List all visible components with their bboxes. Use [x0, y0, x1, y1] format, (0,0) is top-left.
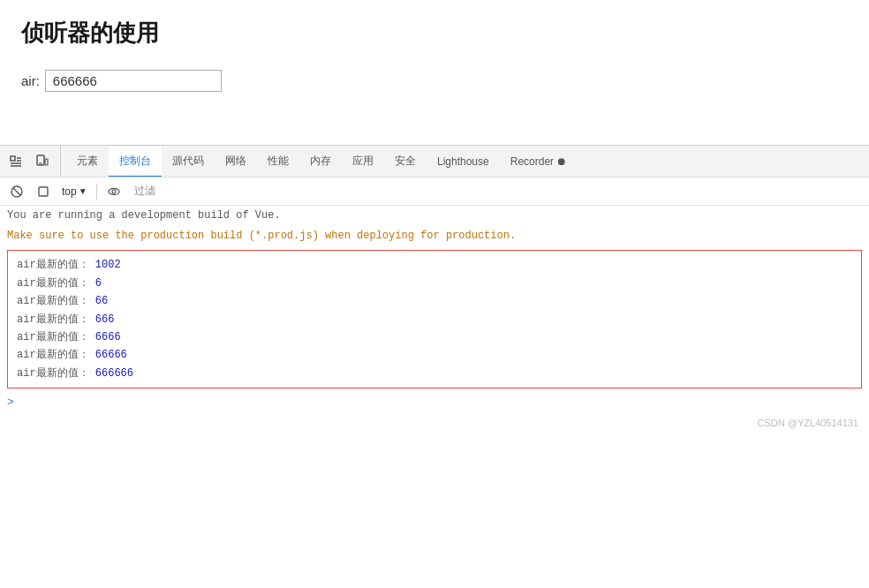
tab-memory[interactable]: 内存 — [299, 147, 342, 177]
svg-rect-0 — [11, 156, 15, 161]
console-prompt[interactable]: > — [0, 392, 869, 412]
tab-elements[interactable]: 元素 — [66, 147, 109, 177]
log-line: air最新的值： 66 — [17, 292, 852, 310]
tab-performance[interactable]: 性能 — [257, 147, 299, 177]
eye-icon[interactable] — [102, 180, 125, 203]
tab-lighthouse[interactable]: Lighthouse — [427, 147, 500, 177]
console-info-line-1: You are running a development build of V… — [0, 206, 869, 226]
svg-line-9 — [13, 188, 20, 195]
watermark: CSDN @YZL40514131 — [0, 412, 869, 433]
filter-label: 过滤 — [129, 184, 161, 199]
tab-security[interactable]: 安全 — [384, 147, 427, 177]
tab-console[interactable]: 控制台 — [109, 147, 162, 177]
svg-rect-6 — [45, 159, 48, 165]
inspect-icon[interactable] — [4, 149, 28, 174]
log-line: air最新的值： 1002 — [17, 256, 852, 274]
toolbar-divider — [96, 184, 97, 200]
tab-icon-group — [4, 146, 61, 177]
svg-rect-10 — [39, 187, 48, 196]
air-label: air: — [21, 73, 40, 88]
tab-application[interactable]: 应用 — [342, 147, 384, 177]
svg-point-12 — [112, 190, 116, 193]
air-input[interactable] — [45, 70, 222, 92]
stop-button[interactable] — [32, 180, 55, 203]
clear-console-button[interactable] — [5, 180, 28, 203]
device-icon[interactable] — [30, 149, 55, 174]
console-output: You are running a development build of V… — [0, 206, 869, 412]
log-line: air最新的值： 666 — [17, 311, 852, 328]
page-title: 侦听器的使用 — [21, 18, 848, 49]
log-line: air最新的值： 6 — [17, 275, 852, 292]
tab-sources[interactable]: 源代码 — [162, 147, 215, 177]
tab-recorder[interactable]: Recorder ⏺ — [500, 147, 578, 177]
console-log-group: air最新的值： 1002air最新的值： 6air最新的值： 66air最新的… — [7, 250, 862, 388]
log-line: air最新的值： 66666 — [17, 346, 852, 364]
chevron-down-icon: ▼ — [79, 186, 87, 196]
console-toolbar: top ▼ 过滤 — [0, 177, 869, 206]
console-info-line-2: Make sure to use the production build (*… — [0, 226, 869, 246]
devtools-panel: 元素 控制台 源代码 网络 性能 内存 应用 安全 Lighthouse Rec… — [0, 145, 869, 412]
page-content: 侦听器的使用 air: — [0, 0, 869, 92]
log-line: air最新的值： 6666 — [17, 328, 852, 346]
air-row: air: — [21, 70, 848, 92]
top-context-dropdown[interactable]: top ▼ — [58, 184, 91, 200]
tab-network[interactable]: 网络 — [215, 147, 257, 177]
devtools-tabbar: 元素 控制台 源代码 网络 性能 内存 应用 安全 Lighthouse Rec… — [0, 146, 869, 177]
log-line: air最新的值： 666666 — [17, 365, 852, 382]
